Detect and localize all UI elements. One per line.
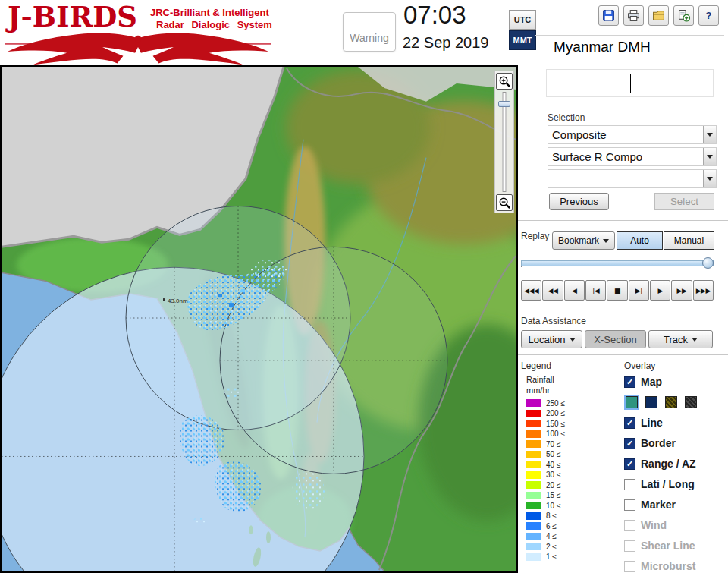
checkbox-unchecked-icon	[624, 561, 635, 572]
legend-item-label: 70 ≤	[546, 440, 560, 449]
clock-date: 22 Sep 2019	[403, 34, 488, 52]
overlay-item-marker[interactable]: Marker	[624, 499, 727, 511]
x-section-button[interactable]: X-Section	[585, 330, 646, 348]
fast-forward-button[interactable]: ▶▶	[671, 280, 692, 301]
checkbox-checked-icon[interactable]	[624, 458, 635, 470]
composite-select-dropdown-button[interactable]	[703, 126, 716, 143]
previous-button[interactable]: Previous	[549, 193, 609, 210]
overlay-item-border[interactable]: Border	[624, 437, 727, 449]
map-color-swatch[interactable]	[645, 396, 657, 408]
warning-label: Warning	[350, 32, 389, 44]
legend-color-chip	[526, 471, 541, 479]
slider-handle[interactable]	[702, 257, 714, 269]
overlay-item-wind: Wind	[624, 519, 727, 531]
skip-to-end-button[interactable]: ▶▶▶	[693, 280, 714, 301]
warning-button[interactable]: Warning	[343, 12, 396, 52]
open-folder-button[interactable]	[648, 5, 669, 26]
legend-item-label: 200 ≤	[546, 409, 565, 417]
message-input[interactable]	[546, 69, 714, 97]
step-forward-button[interactable]: ▶|	[629, 280, 649, 301]
play-reverse-button[interactable]: ◀	[564, 280, 585, 301]
overlay-item-label: Range / AZ	[641, 458, 696, 470]
overlay-item-lati-long[interactable]: Lati / Long	[624, 478, 727, 490]
replay-slider[interactable]	[521, 257, 714, 269]
play-button[interactable]: ▶	[650, 280, 670, 301]
radar-map[interactable]: 43.0nm	[0, 65, 518, 573]
zoom-slider-handle[interactable]	[498, 101, 510, 107]
legend-item: 100 ≤	[526, 430, 565, 438]
slider-track[interactable]	[521, 260, 714, 266]
legend-color-chip	[526, 543, 541, 550]
legend-item-label: 100 ≤	[546, 430, 565, 438]
skip-to-start-button[interactable]: ◀◀◀	[521, 280, 541, 301]
checkbox-checked-icon[interactable]	[624, 417, 635, 429]
map-color-swatch[interactable]	[685, 396, 697, 408]
export-button[interactable]	[673, 5, 694, 26]
toolbar: ?	[598, 5, 719, 26]
select-button[interactable]: Select	[654, 193, 714, 210]
legend-item: 50 ≤	[526, 451, 565, 458]
legend-item: 2 ≤	[526, 543, 565, 550]
track-button[interactable]: Track	[648, 330, 713, 348]
checkbox-unchecked-icon[interactable]	[624, 499, 635, 511]
legend-item-label: 40 ≤	[546, 461, 560, 469]
step-back-button[interactable]: |◀	[585, 280, 606, 301]
legend-color-chip	[526, 430, 541, 438]
radar-map-image[interactable]: 43.0nm	[2, 67, 516, 571]
overlay-item-label: Microburst	[641, 560, 695, 572]
legend-item-label: 8 ≤	[546, 512, 557, 520]
app-logo-subtitle1: JRC-Brilliant & Intelligent	[150, 7, 269, 18]
overlay-item-label: Wind	[641, 519, 667, 531]
export-icon	[677, 9, 690, 22]
product-select-dropdown-button[interactable]	[703, 148, 716, 165]
help-button[interactable]: ?	[698, 5, 719, 26]
checkbox-checked-icon[interactable]	[624, 376, 635, 388]
bookmark-button[interactable]: Bookmark	[552, 231, 615, 250]
overlay-item-map[interactable]: Map	[624, 376, 727, 388]
separator	[518, 354, 728, 355]
map-color-palette	[624, 396, 727, 408]
chevron-down-icon	[707, 177, 713, 181]
zoom-in-button[interactable]	[496, 73, 513, 90]
mmt-button[interactable]: MMT	[509, 30, 536, 50]
location-button[interactable]: Location	[521, 330, 582, 348]
overlay-item-line[interactable]: Line	[624, 417, 727, 429]
option-select[interactable]	[548, 169, 717, 188]
legend-item-label: 150 ≤	[546, 420, 565, 428]
legend-item: 250 ≤	[526, 399, 565, 407]
overlay-item-microburst: Microburst	[624, 560, 727, 572]
map-color-swatch[interactable]	[665, 396, 677, 408]
print-button[interactable]	[623, 5, 644, 26]
selection-label: Selection	[548, 112, 585, 123]
range-ring-label: 43.0nm	[168, 298, 188, 304]
option-select-dropdown-button[interactable]	[703, 170, 716, 187]
legend-item-label: 250 ≤	[546, 399, 565, 408]
composite-select-value: Composite	[552, 128, 607, 141]
stop-button[interactable]: ■	[607, 280, 627, 301]
svg-text:?: ?	[706, 10, 712, 21]
legend-label: Legend	[521, 360, 551, 371]
legend-color-chip	[526, 451, 541, 458]
product-select[interactable]: Surface R Compo	[548, 147, 717, 166]
rainfall-legend: 250 ≤ 200 ≤ 150 ≤ 100 ≤ 70 ≤ 50 ≤ 40 ≤ 3…	[526, 399, 565, 561]
fast-rewind-button[interactable]: ◀◀	[542, 280, 563, 301]
legend-color-chip	[526, 502, 541, 509]
utc-button[interactable]: UTC	[509, 10, 536, 30]
location-label: Location	[528, 334, 565, 345]
zoom-slider[interactable]	[495, 92, 513, 192]
legend-item: 150 ≤	[526, 420, 565, 427]
overlay-item-range-az[interactable]: Range / AZ	[624, 458, 727, 470]
legend-item-label: 10 ≤	[546, 502, 560, 510]
overlay-item-label: Map	[641, 376, 662, 388]
manual-mode-button[interactable]: Manual	[664, 231, 714, 250]
checkbox-checked-icon[interactable]	[624, 438, 635, 449]
save-button[interactable]	[598, 5, 619, 26]
map-zoom-control	[494, 71, 514, 213]
auto-mode-button[interactable]: Auto	[617, 231, 663, 250]
replay-label: Replay	[521, 231, 549, 241]
checkbox-unchecked-icon[interactable]	[624, 479, 635, 490]
legend-item: 30 ≤	[526, 471, 565, 479]
map-color-swatch[interactable]	[626, 396, 638, 408]
zoom-out-button[interactable]	[496, 194, 513, 211]
composite-select[interactable]: Composite	[548, 125, 717, 144]
